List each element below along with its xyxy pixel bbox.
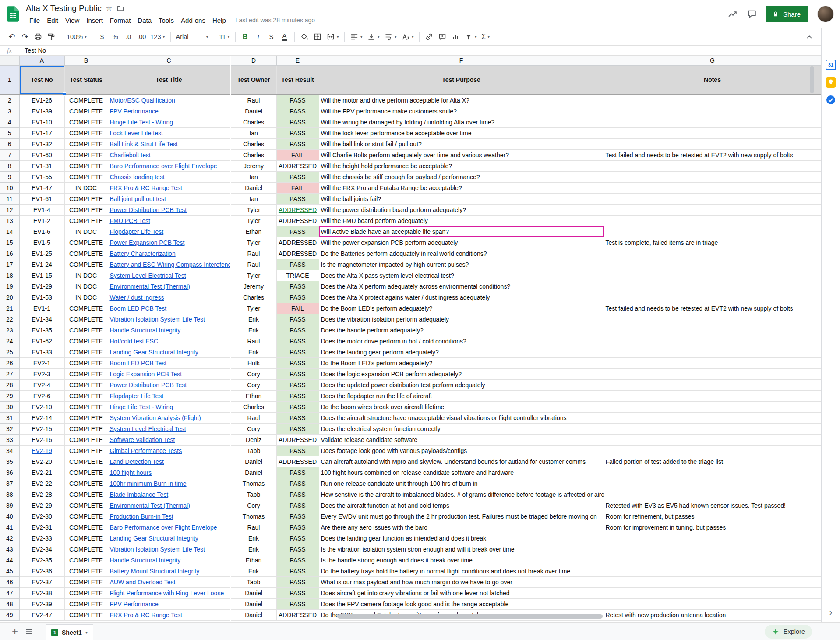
cell-B36[interactable]: COMPLETE [64, 467, 108, 478]
cell-B27[interactable]: COMPLETE [64, 368, 108, 379]
cell-G22[interactable] [604, 314, 821, 325]
row-header-30[interactable]: 30 [0, 401, 19, 412]
cell-C1[interactable]: Test Title [108, 65, 230, 95]
cell-E18[interactable]: TRIAGE [276, 270, 319, 281]
column-header-F[interactable]: F [319, 56, 604, 65]
cell-D30[interactable]: Charles [230, 401, 276, 412]
cell-E26[interactable]: PASS [276, 357, 319, 368]
test-no-link[interactable]: EV2-19 [32, 447, 52, 454]
cell-E25[interactable]: PASS [276, 347, 319, 357]
test-title-link[interactable]: Flopdapter Life Test [110, 228, 164, 235]
cell-C38[interactable]: Blade Imbalance Test [108, 489, 230, 500]
row-header-48[interactable]: 48 [0, 598, 19, 609]
cell-B31[interactable]: COMPLETE [64, 412, 108, 423]
cell-A36[interactable]: EV2-21 [19, 467, 64, 478]
cell-G9[interactable] [604, 171, 821, 182]
row-header-35[interactable]: 35 [0, 456, 19, 467]
cell-G19[interactable] [604, 281, 821, 292]
cell-D47[interactable]: Daniel [230, 587, 276, 598]
cell-B39[interactable]: COMPLETE [64, 500, 108, 511]
cell-E3[interactable]: PASS [276, 106, 319, 117]
row-header-45[interactable]: 45 [0, 566, 19, 576]
collapse-toolbar-button[interactable] [803, 30, 816, 43]
cell-A8[interactable]: EV1-31 [19, 160, 64, 171]
cell-D5[interactable]: Ian [230, 127, 276, 138]
cell-G13[interactable] [604, 215, 821, 226]
cell-A42[interactable]: EV2-33 [19, 533, 64, 544]
cell-A48[interactable]: EV2-39 [19, 598, 64, 609]
cell-A34[interactable]: EV2-19 [19, 445, 64, 456]
row-header-24[interactable]: 24 [0, 336, 19, 347]
cell-C26[interactable]: Boom LED PCB Test [108, 357, 230, 368]
cell-E45[interactable]: PASS [276, 566, 319, 576]
cell-D13[interactable]: Tyler [230, 215, 276, 226]
menu-help[interactable]: Help [209, 16, 229, 25]
cell-C45[interactable]: Battery Mount Structural Integrity [108, 566, 230, 576]
cell-F2[interactable]: Will the motor and drive perform accepta… [319, 95, 604, 106]
strikethrough-button[interactable]: S [265, 30, 278, 43]
row-header-16[interactable]: 16 [0, 248, 19, 259]
cell-E13[interactable]: ADDRESSED [276, 215, 319, 226]
cell-F17[interactable]: Is the magnetometer impacted by high cur… [319, 259, 604, 270]
cell-A3[interactable]: EV1-39 [19, 106, 64, 117]
cell-B37[interactable]: COMPLETE [64, 478, 108, 489]
cell-D36[interactable]: Daniel [230, 467, 276, 478]
cell-G38[interactable] [604, 489, 821, 500]
cell-B6[interactable]: COMPLETE [64, 138, 108, 149]
test-title-link[interactable]: Handle Structural Integrity [110, 557, 181, 564]
cell-C28[interactable]: Power Distribution PCB Test [108, 379, 230, 390]
bold-button[interactable]: B [239, 30, 252, 43]
cell-F19[interactable]: Does the Alta X perform adequately acros… [319, 281, 604, 292]
cell-A44[interactable]: EV2-35 [19, 555, 64, 566]
cell-C5[interactable]: Lock Lever Life test [108, 127, 230, 138]
cell-C4[interactable]: Hinge Life Test - Wiring [108, 117, 230, 127]
cell-F42[interactable]: Does the landing gear function as intend… [319, 533, 604, 544]
row-header-20[interactable]: 20 [0, 292, 19, 303]
comments-icon[interactable] [747, 9, 757, 19]
cell-F26[interactable]: Do the Boom LED's perform adequately? [319, 357, 604, 368]
row-header-15[interactable]: 15 [0, 237, 19, 248]
grid-corner[interactable] [0, 56, 19, 65]
cell-F44[interactable]: Is the handle strong enough and does it … [319, 555, 604, 566]
cell-D27[interactable]: Cory [230, 368, 276, 379]
decrease-decimal-button[interactable]: .0 [122, 30, 135, 43]
cell-E6[interactable]: PASS [276, 138, 319, 149]
cell-G12[interactable] [604, 204, 821, 215]
test-title-link[interactable]: Vibration Isolation System Life Test [110, 546, 205, 553]
cell-C30[interactable]: Hinge Life Test - Wiring [108, 401, 230, 412]
cell-F29[interactable]: Does the flopdapter run the life of airc… [319, 390, 604, 401]
cell-B11[interactable]: COMPLETE [64, 193, 108, 204]
cell-G10[interactable] [604, 182, 821, 193]
print-button[interactable] [32, 30, 45, 43]
cell-A37[interactable]: EV2-22 [19, 478, 64, 489]
cell-B23[interactable]: COMPLETE [64, 325, 108, 336]
cell-G42[interactable] [604, 533, 821, 544]
cell-A31[interactable]: EV2-14 [19, 412, 64, 423]
functions-button[interactable]: Σ ▾ [479, 30, 492, 43]
cell-B25[interactable]: COMPLETE [64, 347, 108, 357]
cell-C47[interactable]: Flight Performance with Ring Lever Loose [108, 587, 230, 598]
cell-E12[interactable]: ADDRESSED [276, 204, 319, 215]
cell-C17[interactable]: Battery and ESC Wiring Compass Interefen… [108, 259, 230, 270]
cell-E29[interactable]: PASS [276, 390, 319, 401]
row-header-44[interactable]: 44 [0, 555, 19, 566]
more-formats-button[interactable]: 123 ▾ [148, 30, 167, 43]
row-header-39[interactable]: 39 [0, 500, 19, 511]
cell-D32[interactable]: Cory [230, 423, 276, 434]
row-header-1[interactable]: 1 [0, 65, 19, 95]
menu-addons[interactable]: Add-ons [177, 16, 209, 25]
cell-F45[interactable]: Do the battery trays hold the battery in… [319, 566, 604, 576]
cell-D44[interactable]: Ethan [230, 555, 276, 566]
cell-E24[interactable]: PASS [276, 336, 319, 347]
row-header-2[interactable]: 2 [0, 95, 19, 106]
cell-A33[interactable]: EV2-16 [19, 434, 64, 445]
row-header-38[interactable]: 38 [0, 489, 19, 500]
row-header-43[interactable]: 43 [0, 544, 19, 555]
cell-D49[interactable]: Daniel [230, 609, 276, 620]
cell-B4[interactable]: COMPLETE [64, 117, 108, 127]
test-title-link[interactable]: AUW and Overload Test [110, 579, 176, 586]
cell-C12[interactable]: Power Distribution PCB Test [108, 204, 230, 215]
cell-E23[interactable]: PASS [276, 325, 319, 336]
cell-C11[interactable]: Ball joint pull out test [108, 193, 230, 204]
cell-C2[interactable]: Motor/ESC Qualification [108, 95, 230, 106]
